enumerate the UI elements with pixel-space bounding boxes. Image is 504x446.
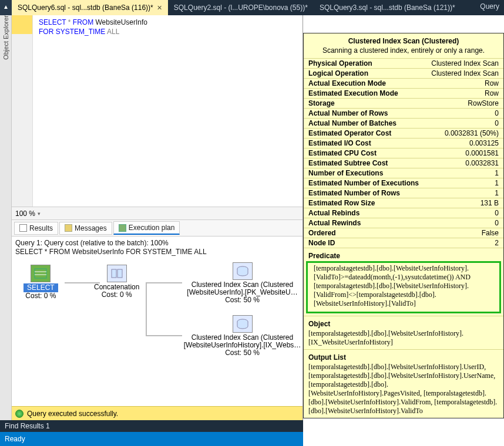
tooltip-row-value: 0 — [495, 119, 499, 127]
tooltip-row-label: Logical Operation — [308, 69, 368, 77]
tooltip-row-value: 0 — [495, 219, 499, 227]
plan-scan2-l2: [WebsiteUserInfoHistory].[IX_Webs… — [184, 341, 301, 349]
plan-node-select[interactable]: SELECT Cost: 0 % — [23, 265, 58, 300]
tooltip-row-value: 0.0032831 — [465, 159, 499, 167]
plan-scan2-l1: Clustered Index Scan (Clustered — [191, 333, 293, 342]
tooltip-row-label: Estimated Number of Executions — [308, 179, 419, 187]
tooltip-row: Logical OperationClustered Index Scan — [304, 68, 503, 78]
ready-label: Ready — [5, 435, 25, 443]
editor-gutter — [12, 15, 33, 207]
plan-icon — [119, 224, 126, 232]
tab-sqlquery2[interactable]: SQLQuery2.sql - (l...UROPE\bonova (55))* — [168, 0, 314, 15]
tab-label: SQLQuery6.sql - sql...stdb (BaneSa (116)… — [18, 4, 153, 12]
tab-results[interactable]: Results — [14, 222, 58, 235]
status-text: Query executed successfully. — [27, 410, 118, 418]
tooltip-output-text: [temporalstagetestdb].[dbo].[WebsiteUser… — [304, 363, 503, 418]
tooltip-row-label: Estimated I/O Cost — [308, 139, 371, 147]
tooltip-output-header: Output List — [304, 349, 503, 363]
tab-execution-plan[interactable]: Execution plan — [113, 221, 180, 235]
tooltip-row-label: Estimated CPU Cost — [308, 149, 377, 157]
tab-label: SQLQuery3.sql - sql...stdb (BaneSa (121)… — [320, 4, 455, 12]
plan-node-scan-2[interactable]: Clustered Index Scan (Clustered [Website… — [182, 315, 303, 357]
find-results-label: Find Results 1 — [5, 422, 50, 430]
plan-query-text: SELECT * FROM WebsiteUserInfo FOR SYSTEM… — [15, 248, 299, 256]
status-bar-ready: Ready — [0, 432, 303, 446]
kw-select: SELECT — [39, 18, 66, 26]
object-explorer-toggle[interactable]: ▾ — [0, 0, 12, 15]
tooltip-row: Estimated I/O Cost0.003125 — [304, 138, 503, 148]
kw-from: FROM — [73, 18, 93, 26]
tab-messages[interactable]: Messages — [59, 222, 112, 235]
tooltip-row: Actual Number of Batches0 — [304, 118, 503, 128]
tooltip-row-label: Actual Execution Mode — [308, 79, 386, 87]
tooltip-row-value: 1 — [495, 179, 499, 187]
predicate-highlight: [temporalstagetestdb].[dbo].[WebsiteUser… — [306, 261, 501, 313]
tooltip-row: Estimated Number of Executions1 — [304, 178, 503, 188]
plan-node-concat[interactable]: Concatenation Cost: 0 % — [94, 265, 139, 299]
zoom-value: 100 % — [15, 210, 35, 218]
tab-results-label: Results — [29, 224, 53, 232]
result-tab-strip: Results Messages Execution plan — [12, 220, 303, 236]
tooltip-row-label: Storage — [308, 99, 335, 107]
zoom-control[interactable]: 100 % ▾ — [12, 207, 303, 220]
kw-star: * — [68, 18, 71, 26]
svg-rect-4 — [117, 269, 122, 278]
ident-table: WebsiteUserInfo — [96, 18, 147, 26]
tooltip-row-label: Estimated Execution Mode — [308, 89, 398, 97]
tooltip-row-label: Physical Operation — [308, 59, 372, 67]
plan-operator-tooltip: Clustered Index Scan (Clustered) Scannin… — [303, 33, 504, 418]
grid-icon — [19, 224, 27, 232]
tab-messages-label: Messages — [75, 224, 107, 232]
tab-sqlquery6[interactable]: SQLQuery6.sql - sql...stdb (BaneSa (116)… — [12, 0, 168, 15]
plan-concat-cost: Cost: 0 % — [102, 290, 132, 299]
kw-systemtime: SYSTEM_TIME — [56, 28, 106, 36]
tooltip-row-value: 0 — [495, 209, 499, 217]
tooltip-row-value: Clustered Index Scan — [431, 69, 499, 77]
tooltip-row-label: Actual Number of Batches — [308, 119, 397, 127]
chevron-down-icon[interactable]: ▾ — [38, 211, 41, 217]
document-tabs: SQLQuery6.sql - sql...stdb (BaneSa (116)… — [12, 0, 504, 15]
plan-select-label: SELECT — [23, 283, 58, 292]
find-results-bar[interactable]: Find Results 1 — [0, 420, 303, 432]
title-tab-bar: ▾ SQLQuery6.sql - sql...stdb (BaneSa (11… — [0, 0, 504, 15]
tooltip-row: Estimated Row Size131 B — [304, 198, 503, 208]
tooltip-row: Estimated CPU Cost0.0001581 — [304, 148, 503, 158]
execution-plan-pane[interactable]: Query 1: Query cost (relative to the bat… — [12, 236, 303, 406]
tooltip-predicate-text: [temporalstagetestdb].[dbo].[WebsiteUser… — [309, 264, 498, 310]
tooltip-row-label: Estimated Operator Cost — [308, 129, 391, 137]
tooltip-row-label: Actual Rebinds — [308, 209, 359, 217]
tooltip-row-value: 0.0001581 — [465, 149, 499, 157]
plan-scan2-cost: Cost: 50 % — [225, 349, 260, 357]
tooltip-row-value: RowStore — [468, 99, 499, 107]
tooltip-row: Actual Rebinds0 — [304, 208, 503, 218]
tooltip-row: Estimated Execution ModeRow — [304, 88, 503, 98]
kw-all: ALL — [107, 28, 119, 36]
tab-sqlquery3[interactable]: SQLQuery3.sql - sql...stdb (BaneSa (121)… — [314, 0, 461, 15]
close-icon[interactable]: ✕ — [157, 4, 162, 12]
tooltip-row-value: 131 B — [481, 199, 499, 207]
tooltip-subtitle: Scanning a clustered index, entirely or … — [304, 46, 503, 58]
tooltip-predicate-header: Predicate — [304, 248, 503, 261]
plan-scan1-l2: [WebsiteUserInfo].[PK_WebsiteU… — [187, 288, 297, 296]
success-icon — [15, 410, 23, 418]
tooltip-row: Actual Execution ModeRow — [304, 78, 503, 88]
plan-query-cost: Query 1: Query cost (relative to the bat… — [15, 239, 299, 248]
plan-scan1-cost: Cost: 50 % — [225, 296, 260, 304]
tooltip-row-value: 2 — [495, 239, 499, 247]
svg-rect-0 — [35, 269, 46, 278]
kw-for: FOR — [39, 28, 53, 36]
menu-query[interactable]: Query — [475, 0, 504, 15]
tooltip-object-text: [temporalstagetestdb].[dbo].[WebsiteUser… — [304, 329, 503, 349]
tooltip-row: Estimated Subtree Cost0.0032831 — [304, 158, 503, 168]
tooltip-object-header: Object — [304, 316, 503, 329]
tooltip-row: Estimated Operator Cost0.0032831 (50%) — [304, 128, 503, 138]
sql-editor[interactable]: SELECT * FROM WebsiteUserInfo FOR SYSTEM… — [12, 15, 303, 207]
sql-code[interactable]: SELECT * FROM WebsiteUserInfo FOR SYSTEM… — [33, 15, 153, 207]
object-explorer-panel[interactable]: Object Explorer — [0, 15, 12, 420]
tooltip-row: Number of Executions1 — [304, 168, 503, 178]
tooltip-row-value: Clustered Index Scan — [431, 59, 499, 67]
tooltip-row-value: 1 — [495, 169, 499, 177]
tooltip-row: Estimated Number of Rows1 — [304, 188, 503, 198]
status-bar-success: Query executed successfully. — [12, 406, 303, 420]
plan-node-scan-1[interactable]: Clustered Index Scan (Clustered [Website… — [182, 262, 303, 304]
